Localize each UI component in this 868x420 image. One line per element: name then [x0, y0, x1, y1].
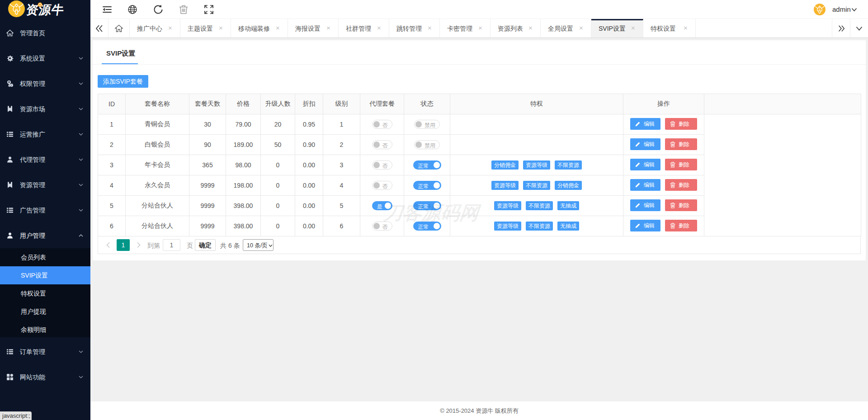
svg-text:!: ! — [11, 84, 12, 87]
